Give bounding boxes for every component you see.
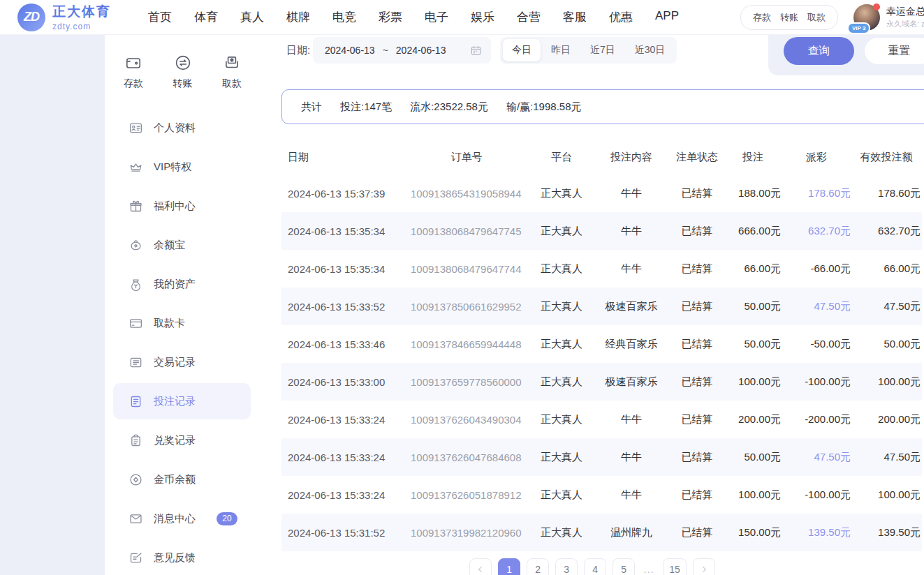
- nav-item[interactable]: 体育: [194, 9, 218, 25]
- nav-item[interactable]: 优惠: [609, 9, 633, 25]
- cell-platform: 正大真人: [529, 451, 594, 464]
- mail-icon: [129, 511, 143, 526]
- sidebar-item[interactable]: 投注记录: [113, 383, 251, 419]
- column-header: 有效投注额: [852, 151, 922, 164]
- calendar-icon[interactable]: [470, 45, 482, 57]
- cell-order: 1009137659778560000: [404, 376, 529, 388]
- sidebar-shortcut[interactable]: 转账: [173, 54, 193, 90]
- column-header: 日期: [281, 151, 404, 164]
- cell-platform: 正大真人: [529, 526, 594, 539]
- date-from: 2024-06-13: [325, 45, 375, 56]
- page-button[interactable]: 2: [527, 558, 549, 575]
- sidebar-item[interactable]: VIP特权: [105, 147, 261, 186]
- sidebar-item[interactable]: 我的资产: [105, 264, 261, 304]
- cell-payout: 178.60元: [782, 187, 852, 200]
- document-icon: [129, 394, 143, 409]
- table-row: 2024-06-13 15:35:341009138068479647745正大…: [281, 212, 922, 250]
- cell-content: 牛牛: [594, 187, 669, 200]
- profile-icon: [129, 121, 143, 135]
- cell-platform: 正大真人: [529, 187, 594, 200]
- sidebar-item[interactable]: 金币余额: [105, 460, 261, 499]
- nav-item[interactable]: APP: [655, 9, 679, 25]
- assets-icon: [129, 277, 143, 292]
- vip-badge: VIP 3: [847, 22, 870, 34]
- page-button[interactable]: 1: [498, 558, 520, 575]
- cell-payout: -50.00元: [782, 338, 852, 351]
- sidebar-menu: 个人资料VIP特权福利中心余额宝我的资产取款卡交易记录投注记录兑奖记录金币余额消…: [105, 108, 261, 575]
- cell-date: 2024-06-13 15:33:24: [281, 414, 404, 426]
- nav-item[interactable]: 首页: [148, 9, 172, 25]
- cell-order: 1009137850661629952: [404, 301, 529, 313]
- sidebar-item[interactable]: 交易记录: [105, 343, 261, 382]
- wallet-action[interactable]: 存款: [753, 11, 771, 24]
- page-button[interactable]: 4: [584, 558, 606, 575]
- reset-button[interactable]: 重置: [864, 37, 924, 65]
- cell-valid: 47.50元: [852, 300, 922, 313]
- cell-bet: 188.00元: [725, 187, 782, 200]
- summary-winloss: 输/赢:1998.58元: [506, 100, 582, 114]
- cell-platform: 正大真人: [529, 262, 594, 276]
- sidebar-shortcut[interactable]: 存款: [124, 54, 143, 90]
- cell-date: 2024-06-13 15:35:34: [281, 263, 404, 275]
- nav-item[interactable]: 真人: [240, 9, 264, 25]
- cell-content: 牛牛: [594, 488, 669, 502]
- wallet-action[interactable]: 转账: [780, 11, 798, 24]
- range-button[interactable]: 近7日: [581, 39, 624, 61]
- user-domain: 永久域名: z: [886, 19, 924, 30]
- table-row: 2024-06-13 15:33:521009137850661629952正大…: [281, 288, 922, 325]
- sidebar-item[interactable]: 兑奖记录: [105, 421, 261, 460]
- logo[interactable]: ZD 正大体育 zdty.com: [17, 3, 111, 31]
- nav-item[interactable]: 合营: [517, 9, 541, 25]
- bets-table: 日期订单号平台投注内容注单状态投注派彩有效投注额 2024-06-13 15:3…: [281, 140, 922, 551]
- sidebar-item[interactable]: 福利中心: [105, 186, 261, 225]
- nav-item[interactable]: 彩票: [379, 9, 402, 25]
- table-row: 2024-06-13 15:31:521009137319982120960正大…: [281, 514, 922, 551]
- cell-content: 牛牛: [594, 413, 669, 426]
- wallet-action[interactable]: 取款: [807, 11, 826, 24]
- cell-valid: 66.00元: [852, 262, 922, 276]
- prev-page-button[interactable]: [469, 558, 492, 575]
- cell-status: 已结算: [669, 187, 725, 200]
- page-button[interactable]: 3: [555, 558, 578, 575]
- nav-item[interactable]: 娱乐: [471, 9, 494, 25]
- summary-bets: 投注:147笔: [340, 100, 392, 114]
- nav-item[interactable]: 棋牌: [286, 9, 310, 25]
- cell-valid: 632.70元: [852, 225, 922, 238]
- app-root: ZD 正大体育 zdty.com 首页体育真人棋牌电竞彩票电子娱乐合营客服优惠A…: [0, 0, 924, 575]
- main-nav: 首页体育真人棋牌电竞彩票电子娱乐合营客服优惠APP: [148, 9, 679, 25]
- sidebar-item-label: 个人资料: [154, 121, 196, 135]
- sidebar-item[interactable]: 个人资料: [105, 108, 261, 147]
- nav-item[interactable]: 电子: [425, 9, 448, 25]
- query-button[interactable]: 查询: [784, 37, 854, 65]
- crown-icon: [129, 160, 143, 174]
- cell-valid: 139.50元: [852, 526, 922, 539]
- sidebar-item[interactable]: 意见反馈: [105, 538, 261, 575]
- user-name: 幸运金总: [886, 4, 924, 18]
- nav-item[interactable]: 客服: [563, 9, 587, 25]
- date-range-input[interactable]: 2024-06-13 ~ 2024-06-13: [313, 37, 491, 64]
- cell-order: 1009138068479647745: [404, 225, 529, 237]
- cell-content: 极速百家乐: [594, 300, 669, 313]
- left-rail: [0, 35, 105, 575]
- card-icon: [129, 316, 143, 331]
- cell-bet: 50.00元: [725, 338, 782, 351]
- nav-item[interactable]: 电竞: [332, 9, 356, 25]
- gift-icon: [129, 199, 143, 214]
- sidebar-item[interactable]: 余额宝: [105, 225, 261, 264]
- cell-bet: 50.00元: [725, 300, 782, 313]
- sidebar-item[interactable]: 消息中心20: [105, 499, 261, 538]
- page-button[interactable]: 5: [613, 558, 635, 575]
- cell-payout: -200.00元: [782, 413, 852, 426]
- range-button[interactable]: 近30日: [626, 39, 675, 61]
- cell-order: 1009137626047684608: [404, 451, 529, 463]
- range-button[interactable]: 昨日: [542, 39, 580, 61]
- cell-platform: 正大真人: [529, 413, 594, 426]
- page-button[interactable]: 15: [663, 558, 687, 575]
- next-page-button[interactable]: [693, 558, 715, 575]
- sidebar-item[interactable]: 取款卡: [105, 304, 261, 343]
- cell-content: 经典百家乐: [594, 338, 669, 351]
- range-button[interactable]: 今日: [503, 39, 541, 61]
- sidebar-item-label: 消息中心: [154, 512, 196, 525]
- user-account[interactable]: VIP 3 幸运金总 永久域名: z: [853, 4, 924, 31]
- sidebar-shortcut[interactable]: 取款: [222, 54, 242, 90]
